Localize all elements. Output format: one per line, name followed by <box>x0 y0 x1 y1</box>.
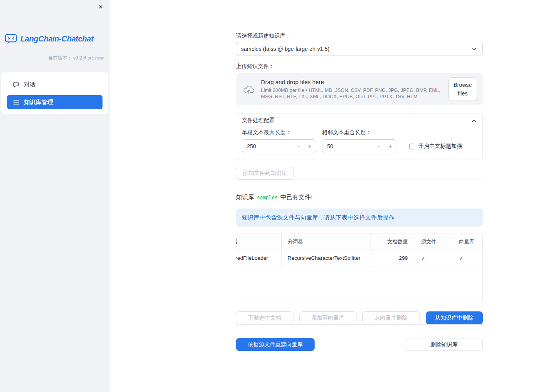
sidebar-item-knowledge-base[interactable]: 知识库管理 <box>7 95 103 109</box>
delete-from-vector-store-button[interactable]: 从向量库删除 <box>362 311 420 324</box>
upload-files-label: 上传知识文件： <box>236 63 483 70</box>
column-header-source-file[interactable]: 源文件 <box>415 234 453 250</box>
browse-files-button[interactable]: Browse files <box>448 77 477 101</box>
rebuild-vector-store-button[interactable]: 依据源文件重建向量库 <box>236 338 315 351</box>
sidebar: ✕ LangChain-Chatchat 当前版本： v0.2.6-previe… <box>0 0 110 392</box>
version-info: 当前版本： v0.2.6-preview <box>0 55 110 61</box>
uploader-text-block: Drag and drop files here Limit 200MB per… <box>261 79 447 100</box>
uploader-title: Drag and drop files here <box>261 79 447 85</box>
table-header-row: 文档加载器 分词器 文档数量 源文件 向量库 <box>236 234 482 250</box>
decrement-button[interactable]: − <box>292 140 304 153</box>
cell-splitter: RecursiveCharacterTextSplitter <box>282 250 371 266</box>
file-config-expander: 文件处理配置 单段文本最大长度： − + 相邻文本重合 <box>236 113 483 160</box>
sidebar-item-label: 知识库管理 <box>24 99 53 106</box>
kb-name-code: samples <box>257 194 278 200</box>
overlap-length-label: 相邻文本重合长度： <box>322 129 396 136</box>
file-uploader-dropzone[interactable]: Drag and drop files here Limit 200MB per… <box>236 73 483 105</box>
sidebar-menu: 对话 知识库管理 <box>1 72 108 114</box>
chevron-up-icon <box>471 118 477 124</box>
max-length-label: 单段文本最大长度： <box>242 129 316 136</box>
kb-selectbox[interactable]: samples (faiss @ bge-large-zh-v1.5) <box>236 42 483 56</box>
delete-kb-button[interactable]: 删除知识库 <box>405 338 483 351</box>
add-to-vector-store-button[interactable]: 添加至向量库 <box>299 311 357 324</box>
expander-title: 文件处理配置 <box>242 117 471 124</box>
cell-vector-store-check: ✓ <box>453 250 483 266</box>
expander-header[interactable]: 文件处理配置 <box>236 113 482 128</box>
chinese-title-enhance-group: 开启中文标题加强 <box>409 143 462 150</box>
column-header-loader[interactable]: 文档加载器 <box>236 234 282 250</box>
cell-loader: UnstructuredFileLoader <box>236 250 282 266</box>
add-files-to-kb-button[interactable]: 添加文件到知识库 <box>236 167 294 180</box>
increment-button[interactable]: + <box>384 140 396 153</box>
sidebar-item-label: 对话 <box>24 81 36 88</box>
app-logo: LangChain-Chatchat <box>0 33 110 45</box>
chat-bubble-icon <box>13 81 19 88</box>
kb-management-actions: 依据源文件重建向量库 删除知识库 <box>236 338 483 351</box>
max-length-group: 单段文本最大长度： − + <box>242 129 316 153</box>
column-header-splitter[interactable]: 分词器 <box>282 234 371 250</box>
column-header-vector-store[interactable]: 向量库 <box>453 234 483 250</box>
version-value: v0.2.6-preview <box>73 55 104 61</box>
kb-selected-value: samples (faiss @ bge-large-zh-v1.5) <box>241 46 471 52</box>
table-row[interactable]: UnstructuredFileLoader RecursiveCharacte… <box>236 250 482 266</box>
increment-button[interactable]: + <box>304 140 316 153</box>
cell-doc-count: 299 <box>371 250 415 266</box>
file-actions-row: 下载选中文档 添加至向量库 从向量库删除 从知识库中删除 <box>236 311 483 324</box>
max-length-input[interactable] <box>242 143 292 149</box>
download-selected-button[interactable]: 下载选中文档 <box>236 311 293 324</box>
main-content: 请选择或新建知识库： samples (faiss @ bge-large-zh… <box>110 0 540 392</box>
existing-files-prefix: 知识库 <box>236 193 254 201</box>
logo-text: LangChain-Chatchat <box>20 34 94 43</box>
cloud-upload-icon <box>243 85 254 94</box>
overlap-length-input[interactable] <box>322 143 373 149</box>
info-alert: 知识库中包含源文件与向量库，请从下表中选择文件后操作 <box>236 209 483 227</box>
kb-files-table[interactable]: 文档加载器 分词器 文档数量 源文件 向量库 UnstructuredFileL… <box>236 234 483 302</box>
sidebar-item-dialogue[interactable]: 对话 <box>7 77 103 92</box>
version-label: 当前版本： <box>49 55 72 61</box>
overlap-length-stepper: − + <box>322 139 396 153</box>
expander-body: 单段文本最大长度： − + 相邻文本重合长度： − + <box>236 128 482 160</box>
uploader-limit-text: Limit 200MB per file • HTML, MD, JSON, C… <box>261 87 447 100</box>
existing-files-heading: 知识库 samples 中已有文件: <box>236 193 483 201</box>
kb-select-label: 请选择或新建知识库： <box>236 32 483 40</box>
info-alert-text: 知识库中包含源文件与向量库，请从下表中选择文件后操作 <box>242 214 394 221</box>
cell-source-file-check: ✓ <box>415 250 453 266</box>
sidebar-close-icon[interactable]: ✕ <box>97 3 104 11</box>
list-icon <box>13 99 19 105</box>
existing-files-suffix: 中已有文件: <box>280 193 312 201</box>
divider <box>236 324 483 325</box>
chinese-title-enhance-checkbox[interactable] <box>409 144 415 149</box>
decrement-button[interactable]: − <box>373 140 384 153</box>
logo-chat-icon <box>5 33 17 45</box>
max-length-stepper: − + <box>242 139 316 153</box>
delete-from-kb-button[interactable]: 从知识库中删除 <box>426 311 483 324</box>
divider <box>236 180 483 180</box>
chevron-down-icon <box>471 45 478 52</box>
overlap-length-group: 相邻文本重合长度： − + <box>322 129 396 153</box>
chinese-title-enhance-label: 开启中文标题加强 <box>418 143 462 150</box>
column-header-doc-count[interactable]: 文档数量 <box>371 234 415 250</box>
